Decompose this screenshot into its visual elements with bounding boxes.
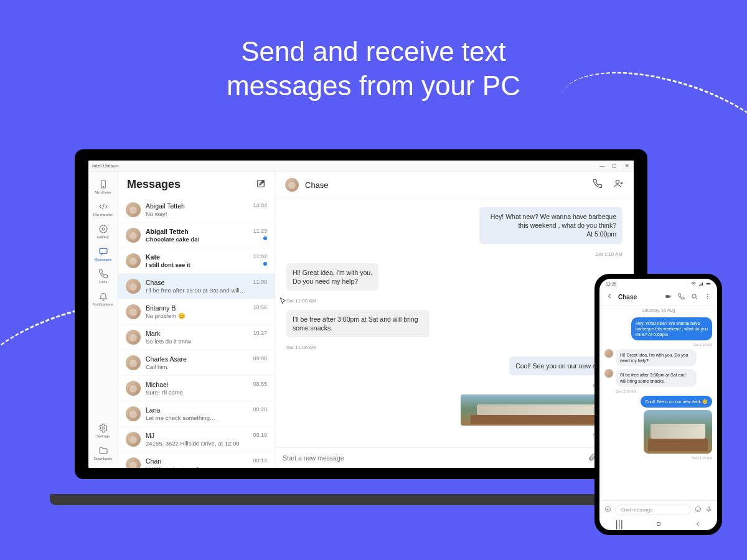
conversation-item[interactable]: Britanny B No problem 😊 10:56	[118, 299, 275, 325]
phone-message-in-row: Hi! Great idea, i'm with you. Do you nee…	[604, 349, 712, 366]
window-close-button[interactable]: ✕	[624, 163, 630, 169]
laptop-device: Intel Unison — ▢ ✕ My phone File transfe…	[75, 149, 647, 498]
laptop-base	[50, 494, 672, 505]
conversation-item[interactable]: Abigail Tetteh No way! 14:04	[118, 197, 275, 223]
window-minimize-button[interactable]: —	[599, 163, 605, 169]
phone-chat-messages[interactable]: Hey! What new? We wanna have barbeque th…	[599, 315, 717, 500]
rail-item-messages[interactable]: Messages	[88, 243, 118, 265]
conversation-item[interactable]: Chase I'll be free after 15:00 at Sat an…	[118, 274, 275, 299]
phone-message-out: Hey! What new? We wanna have barbeque th…	[631, 317, 712, 340]
message-timestamp: Sat 1:10 AM	[595, 251, 622, 257]
conversation-time: 00:20	[253, 406, 267, 413]
conversation-preview: I still dont see it	[146, 261, 248, 268]
conversation-item[interactable]: MJ 24155, 3622 Hillside Drive, at 12:00 …	[118, 427, 275, 452]
conversation-list[interactable]: Abigail Tetteh No way! 14:04 Abigail Tet…	[118, 197, 275, 468]
mouse-cursor-icon	[279, 297, 288, 306]
phone-clock: 12:25	[606, 282, 617, 286]
conversation-time: 14:04	[253, 202, 267, 208]
conversation-item[interactable]: Chan Hi! What about you? 00:12	[118, 452, 275, 468]
phone-nav-back[interactable]	[694, 519, 702, 530]
phone-message-in-row: I'll be free after 3:00pm at Sat and wil…	[604, 369, 712, 386]
conversation-avatar	[126, 432, 141, 447]
phone-message-input[interactable]: Chat message	[615, 505, 691, 515]
message-bubble-out: Hey! What new? We wanna have barbeque th…	[479, 207, 622, 244]
phone-message-image[interactable]	[644, 410, 712, 454]
window-maximize-button[interactable]: ▢	[611, 163, 618, 169]
conversation-preview: I'll be free after 15:00 at Sat and will…	[146, 287, 248, 294]
phone-back-button[interactable]	[606, 291, 613, 302]
conversation-avatar	[126, 406, 141, 421]
rail-item-settings[interactable]: Settings	[94, 419, 113, 442]
conversation-preview: No problem 😊	[146, 312, 248, 319]
video-icon	[665, 293, 672, 300]
conversation-name: Charles Asare	[146, 355, 248, 363]
messages-title: Messages	[127, 178, 181, 191]
more-vertical-icon	[704, 293, 711, 300]
conversation-avatar	[126, 330, 141, 345]
svg-point-2	[102, 228, 105, 230]
rail-item-my-phone[interactable]: My phone	[88, 175, 118, 198]
phone-search-button[interactable]	[691, 291, 698, 302]
nav-rail: My phone File transfer Gallery Messages …	[88, 172, 118, 468]
conversation-item[interactable]: Charles Asare Call him. 09:00	[118, 350, 275, 376]
phone-nav-home[interactable]	[655, 519, 662, 530]
conversation-item[interactable]: Abigail Tetteh Chocolate cake da! 11:23	[118, 223, 275, 248]
message-timestamp: Sat 11:00 AM	[286, 298, 316, 304]
rail-item-downloads[interactable]: Downloads	[94, 442, 113, 464]
phone-message-timestamp: Sat 11:00 AM	[616, 390, 712, 393]
window-controls: — ▢ ✕	[599, 163, 630, 169]
phone-voice-button[interactable]	[705, 506, 712, 514]
conversation-name: Chan	[146, 457, 248, 465]
phone-nav-recents[interactable]: |||	[615, 519, 622, 530]
conversation-name: MJ	[146, 432, 248, 440]
calls-icon	[98, 269, 108, 279]
rail-item-notifications[interactable]: Notifications	[88, 287, 118, 310]
phone-screen: 12:25 Chase Saturday, 10 Aug Hey! What n…	[599, 279, 717, 530]
svg-point-16	[695, 506, 700, 511]
contact-avatar	[285, 178, 299, 192]
phone-composer: Chat message	[599, 500, 717, 519]
conversation-preview: Chocolate cake da!	[146, 236, 248, 243]
conversation-item[interactable]: Lana Let me check something… 00:20	[118, 401, 275, 427]
conversation-item[interactable]: Michael Sure! I'll come 08:55	[118, 376, 275, 401]
rail-item-file-transfer[interactable]: File transfer	[88, 198, 118, 220]
conversation-avatar	[126, 355, 141, 370]
rail-item-gallery[interactable]: Gallery	[88, 220, 118, 243]
rail-item-label: Gallery	[97, 235, 109, 239]
phone-chat-header: Chase	[599, 289, 717, 306]
chat-messages[interactable]: Hey! What new? We wanna have barbeque th…	[275, 198, 634, 447]
phone-more-button[interactable]	[704, 291, 711, 302]
phone-status-bar: 12:25	[599, 279, 717, 289]
phone-contact-avatar	[604, 369, 613, 378]
conversation-name: Kate	[146, 253, 248, 261]
message-bubble-in: Hi! Great idea, i'm with you. Do you nee…	[286, 263, 378, 291]
phone-video-call-button[interactable]	[665, 291, 672, 302]
message-input[interactable]	[283, 454, 581, 462]
signal-icon	[698, 281, 703, 286]
conversation-name: Abigail Tetteh	[146, 202, 248, 210]
conversation-time: 10:56	[253, 304, 267, 310]
svg-rect-9	[710, 283, 711, 284]
conversation-time: 00:12	[253, 457, 267, 464]
rail-item-calls[interactable]: Calls	[88, 265, 118, 287]
add-contact-button[interactable]	[614, 179, 624, 191]
conversation-avatar	[126, 304, 141, 319]
conversation-item[interactable]: Kate I still dont see it 11:02	[118, 248, 275, 274]
phone-emoji-button[interactable]	[695, 506, 702, 514]
phone-attach-button[interactable]	[604, 506, 611, 514]
file-transfer-icon	[98, 202, 108, 212]
chevron-left-icon	[694, 520, 702, 528]
square-icon	[655, 520, 662, 528]
conversation-preview: 24155, 3622 Hillside Drive, at 12:00	[146, 440, 248, 447]
conversation-time: 11:02	[253, 253, 267, 259]
conversation-avatar	[126, 253, 141, 268]
rail-item-label: File transfer	[93, 213, 113, 217]
rail-item-label: My phone	[95, 190, 111, 194]
phone-call-button[interactable]	[678, 291, 685, 302]
call-button[interactable]	[593, 179, 603, 191]
conversation-item[interactable]: Mark So lets do it tmrw 10:27	[118, 325, 275, 350]
compose-button[interactable]	[256, 179, 266, 191]
conversation-time: 09:00	[253, 355, 267, 362]
notifications-icon	[98, 291, 108, 301]
app-body: My phone File transfer Gallery Messages …	[88, 172, 634, 468]
